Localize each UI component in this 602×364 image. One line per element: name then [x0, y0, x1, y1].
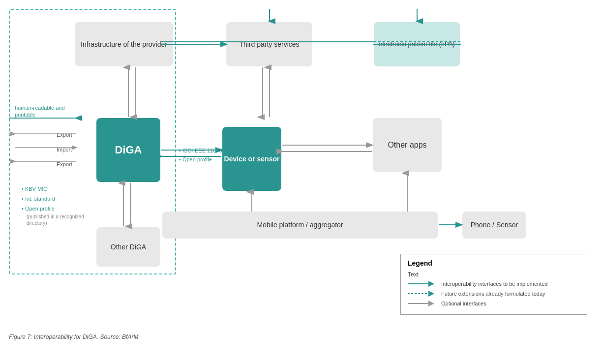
- box-other-apps: Other apps: [373, 118, 442, 172]
- label-export2: Export: [57, 161, 72, 167]
- figure-caption: Figure 7: Interoperability for DiGA. Sou…: [9, 334, 138, 340]
- label-iso-open: • ISO/IEEE 11073 • Open profile: [179, 147, 222, 164]
- box-phone-sensor: Phone / Sensor: [462, 212, 526, 239]
- legend-arrow-gray: [408, 300, 437, 307]
- legend-row-dashed: Future extensions already formulated tod…: [408, 290, 580, 298]
- legend-box: Legend Text Interoperability interfaces …: [400, 254, 587, 315]
- legend-row-text: Text: [408, 271, 580, 278]
- legend-row-gray: Optional interfaces: [408, 300, 580, 307]
- legend-arrow-solid: [408, 280, 437, 288]
- label-export1: Export: [57, 132, 72, 138]
- legend-desc-dashed: Future extensions already formulated tod…: [441, 291, 545, 297]
- box-device-sensor: Device or sensor: [222, 127, 281, 191]
- legend-desc-solid: Interoperability interfaces to be implem…: [441, 281, 547, 287]
- legend-title: Legend: [408, 259, 580, 267]
- box-diga: DiGA: [96, 118, 160, 182]
- diagram-container: Infrastructure of the provider Third par…: [0, 0, 602, 344]
- legend-desc-gray: Optional interfaces: [441, 301, 486, 306]
- box-other-diga: Other DiGA: [96, 227, 160, 267]
- label-human-readable: human-readable and printable: [15, 104, 74, 119]
- box-infrastructure: Infrastructure of the provider: [75, 22, 173, 66]
- label-import1: Import: [57, 147, 72, 152]
- label-kbv-etc: • KBV MIO • Int. standard • Open profile…: [22, 184, 86, 226]
- box-mobile-platform: Mobile platform / aggregator: [162, 212, 438, 239]
- box-epa: electronic patient file (ePA): [374, 22, 460, 66]
- legend-arrow-dashed: [408, 290, 437, 298]
- legend-row-solid: Interoperability interfaces to be implem…: [408, 280, 580, 288]
- box-third-party: Third party services: [226, 22, 312, 66]
